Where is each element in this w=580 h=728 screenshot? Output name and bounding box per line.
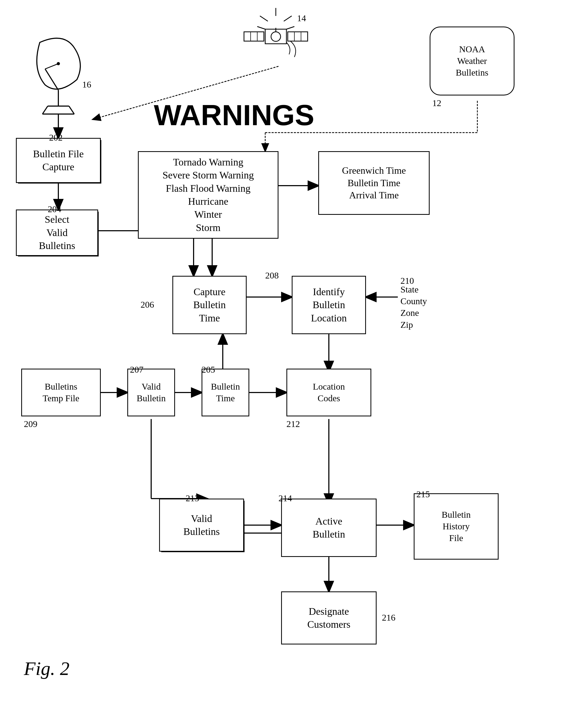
valid-bulletins-db-label: Valid Bulletins <box>183 512 219 538</box>
state-county-label: State County Zone Zip <box>400 284 427 331</box>
capture-bulletin-time-box: Capture Bulletin Time <box>173 276 247 334</box>
noaa-num: 12 <box>432 98 441 108</box>
active-bulletin-num: 214 <box>279 493 292 503</box>
noaa-label: NOAA Weather Bulletins <box>456 44 489 79</box>
identify-bulletin-location-box: Identify Bulletin Location <box>292 276 366 334</box>
bulletin-history-file-box: Bulletin History File <box>414 493 499 560</box>
svg-line-12 <box>257 27 265 29</box>
svg-point-7 <box>57 62 60 65</box>
active-bulletin-label: Active Bulletin <box>313 515 345 541</box>
location-codes-box: Location Codes <box>286 369 371 416</box>
svg-rect-14 <box>244 32 264 41</box>
greenwich-time-box: Greenwich Time Bulletin Time Arrival Tim… <box>318 151 430 215</box>
diagram-container: WARNINGS NOAA Weather Bulletins 12 16 14… <box>0 0 580 728</box>
noaa-box: NOAA Weather Bulletins <box>430 27 515 96</box>
location-codes-label: Location Codes <box>313 381 345 404</box>
identify-bulletin-location-num: 208 <box>265 270 279 281</box>
bulletin-file-capture-box: Bulletin File Capture <box>16 138 101 183</box>
warnings-list-label: Tornado Warning Severe Storm Warning Fla… <box>163 156 254 234</box>
bulletins-temp-file-label: Bulletins Temp File <box>43 381 79 404</box>
bulletin-file-capture-label: Bulletin File Capture <box>33 148 83 174</box>
designate-customers-box: Designate Customers <box>281 592 376 645</box>
svg-line-2 <box>43 106 48 114</box>
svg-line-6 <box>45 64 58 69</box>
svg-rect-15 <box>288 32 308 41</box>
valid-bulletin-box: Valid Bulletin <box>127 369 175 416</box>
svg-rect-13 <box>265 29 286 44</box>
capture-bulletin-time-num: 206 <box>140 300 154 310</box>
bulletin-history-file-num: 215 <box>416 489 430 499</box>
greenwich-time-label: Greenwich Time Bulletin Time Arrival Tim… <box>342 164 406 202</box>
fig-label: Fig. 2 <box>24 658 70 680</box>
bulletins-temp-file-box: Bulletins Temp File <box>21 369 101 416</box>
svg-line-11 <box>286 27 294 29</box>
bulletins-temp-file-num: 209 <box>24 419 37 429</box>
valid-bulletins-db-box: Valid Bulletins <box>159 499 244 552</box>
location-codes-num: 212 <box>286 419 300 429</box>
satellite2-num: 14 <box>297 13 306 23</box>
bulletin-file-capture-num: 202 <box>49 133 62 143</box>
svg-line-10 <box>260 16 268 21</box>
svg-line-9 <box>284 16 292 21</box>
svg-point-22 <box>271 32 281 42</box>
valid-bulletin-num: 207 <box>130 365 143 375</box>
satellite-dish-num: 16 <box>82 80 91 89</box>
warnings-list-box: Tornado Warning Severe Storm Warning Fla… <box>138 151 279 239</box>
active-bulletin-box: Active Bulletin <box>281 499 376 557</box>
svg-line-5 <box>45 69 58 90</box>
bulletin-history-file-label: Bulletin History File <box>442 509 471 544</box>
bulletin-time-box: Bulletin Time <box>202 369 249 416</box>
valid-bulletins-db-num: 213 <box>186 493 199 503</box>
select-valid-bulletins-box: Select Valid Bulletins <box>16 209 98 256</box>
valid-bulletin-label: Valid Bulletin <box>137 381 166 404</box>
capture-bulletin-time-label: Capture Bulletin Time <box>193 285 226 324</box>
bulletin-time-label: Bulletin Time <box>211 381 240 404</box>
designate-customers-label: Designate Customers <box>307 605 350 631</box>
svg-line-3 <box>69 106 74 114</box>
designate-customers-num: 216 <box>382 613 395 623</box>
identify-bulletin-location-label: Identify Bulletin Location <box>311 285 347 324</box>
select-valid-bulletins-num: 204 <box>48 204 61 214</box>
warnings-title: WARNINGS <box>154 98 314 132</box>
bulletin-time-num: 205 <box>202 365 215 375</box>
select-valid-bulletins-label: Select Valid Bulletins <box>39 213 75 252</box>
